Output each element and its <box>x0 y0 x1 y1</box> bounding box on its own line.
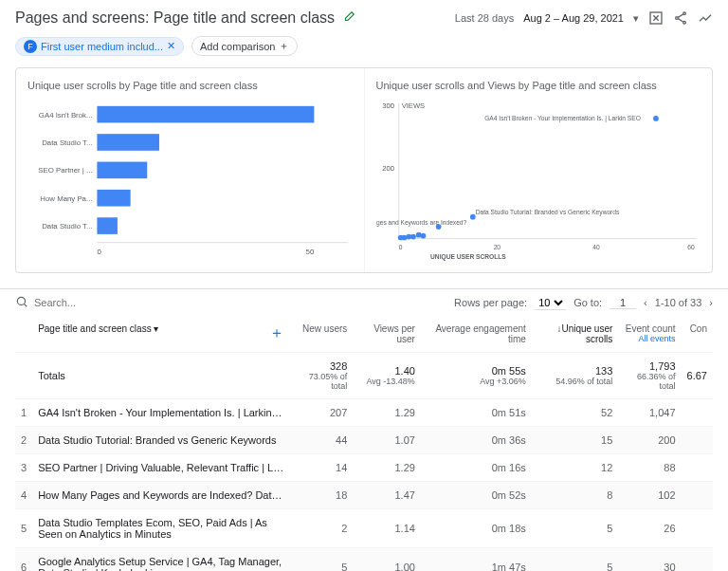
scatter-chart-panel: Unique user scrolls and Views by Page ti… <box>364 68 713 272</box>
share-icon[interactable] <box>673 10 688 26</box>
svg-text:50: 50 <box>306 248 315 256</box>
svg-point-26 <box>415 232 421 238</box>
svg-point-3 <box>683 21 686 24</box>
next-page-icon[interactable]: › <box>709 297 713 308</box>
svg-text:60: 60 <box>687 244 695 250</box>
svg-rect-13 <box>97 217 118 234</box>
prev-page-icon[interactable]: ‹ <box>644 297 647 308</box>
svg-text:Data Studio Tutorial: Branded : Data Studio Tutorial: Branded vs Generic… <box>475 209 619 216</box>
chevron-down-icon[interactable]: ▾ <box>633 12 639 25</box>
insights-icon[interactable] <box>698 10 713 26</box>
add-dimension-icon[interactable]: ＋ <box>269 323 284 343</box>
col-views-per-user[interactable]: Views per user <box>353 316 421 353</box>
col-new-users[interactable]: New users <box>290 316 353 353</box>
svg-text:GA4 Isn't Broken - Your Implem: GA4 Isn't Broken - Your Implementation I… <box>484 115 641 122</box>
svg-point-22 <box>653 116 659 121</box>
svg-text:VIEWS: VIEWS <box>401 101 425 110</box>
table-row[interactable]: 4How Many Pages and Keywords are Indexed… <box>15 482 713 509</box>
table-row[interactable]: 5Data Studio Templates Ecom, SEO, Paid A… <box>15 509 713 548</box>
svg-point-1 <box>683 12 686 15</box>
svg-point-25 <box>420 233 426 239</box>
bar-chart-title: Unique user scrolls by Page title and sc… <box>27 80 353 91</box>
svg-text:Data Studio T...: Data Studio T... <box>42 222 92 230</box>
table-row[interactable]: 3SEO Partner | Driving Valuable, Relevan… <box>15 454 713 482</box>
svg-text:ges and Keywords are Indexed?: ges and Keywords are Indexed? <box>376 219 467 227</box>
svg-rect-10 <box>97 134 159 151</box>
svg-text:UNIQUE USER SCROLLS: UNIQUE USER SCROLLS <box>430 253 506 261</box>
filter-chip-label: First user medium includ... <box>41 41 163 52</box>
goto-input[interactable] <box>610 297 636 309</box>
rows-per-page-label: Rows per page: <box>454 297 527 308</box>
svg-text:How Many Pa...: How Many Pa... <box>40 194 92 203</box>
col-event-count[interactable]: Event countAll events <box>618 316 681 353</box>
svg-rect-12 <box>97 190 130 207</box>
svg-text:SEO Partner | ...: SEO Partner | ... <box>38 166 92 175</box>
svg-rect-11 <box>97 162 147 179</box>
close-icon[interactable]: ✕ <box>167 40 175 52</box>
svg-point-30 <box>397 235 403 241</box>
filter-chip[interactable]: F First user medium includ... ✕ <box>15 37 184 56</box>
svg-point-39 <box>17 297 25 304</box>
plus-icon: ＋ <box>279 39 289 53</box>
page-range: 1-10 of 33 <box>655 297 702 308</box>
bar-chart: GA4 Isn't Brok... Data Studio T... SEO P… <box>27 99 353 266</box>
col-unique-scrolls[interactable]: ↓Unique user scrolls <box>532 316 619 353</box>
svg-text:40: 40 <box>592 244 600 250</box>
data-table: Page title and screen class ▾ ＋ New user… <box>15 316 713 571</box>
svg-point-2 <box>676 17 679 20</box>
customize-icon[interactable] <box>648 10 664 26</box>
goto-label: Go to: <box>573 297 602 308</box>
table-row[interactable]: 1GA4 Isn't Broken - Your Implementation … <box>15 399 713 427</box>
totals-label: Totals <box>32 353 290 399</box>
add-comparison-label: Add comparison <box>200 41 276 52</box>
svg-text:200: 200 <box>382 164 394 173</box>
table-row[interactable]: 2Data Studio Tutorial: Branded vs Generi… <box>15 427 713 454</box>
table-row[interactable]: 6Google Analytics Setup Service | GA4, T… <box>15 548 713 571</box>
search-icon[interactable] <box>15 295 28 310</box>
date-range-label: Last 28 days <box>455 12 514 24</box>
scatter-chart-title: Unique user scrolls and Views by Page ti… <box>376 80 701 91</box>
svg-text:GA4 Isn't Brok...: GA4 Isn't Brok... <box>39 111 93 120</box>
rows-per-page-select[interactable]: 10 <box>535 296 566 310</box>
svg-text:0: 0 <box>97 248 101 256</box>
scatter-chart: 300 200 VIEWS GA4 Isn't Broken - Your Im… <box>376 99 701 261</box>
svg-text:0: 0 <box>398 244 402 250</box>
bar-chart-panel: Unique user scrolls by Page title and sc… <box>16 68 364 272</box>
filter-badge: F <box>24 40 37 53</box>
svg-text:20: 20 <box>493 244 500 250</box>
col-conversions[interactable]: Con <box>682 316 713 353</box>
svg-point-28 <box>406 234 411 240</box>
dimension-header[interactable]: Page title and screen class ▾ ＋ <box>32 316 290 353</box>
page-title: Pages and screens: Page title and screen… <box>15 9 335 27</box>
edit-icon[interactable] <box>342 10 355 27</box>
search-input[interactable] <box>34 297 448 308</box>
add-comparison-chip[interactable]: Add comparison ＋ <box>191 36 299 56</box>
date-range[interactable]: Aug 2 – Aug 29, 2021 <box>523 12 624 24</box>
svg-text:Data Studio T...: Data Studio T... <box>42 138 92 147</box>
col-avg-engagement[interactable]: Average engagement time <box>421 316 532 353</box>
svg-text:300: 300 <box>382 101 394 110</box>
svg-rect-9 <box>97 106 314 123</box>
